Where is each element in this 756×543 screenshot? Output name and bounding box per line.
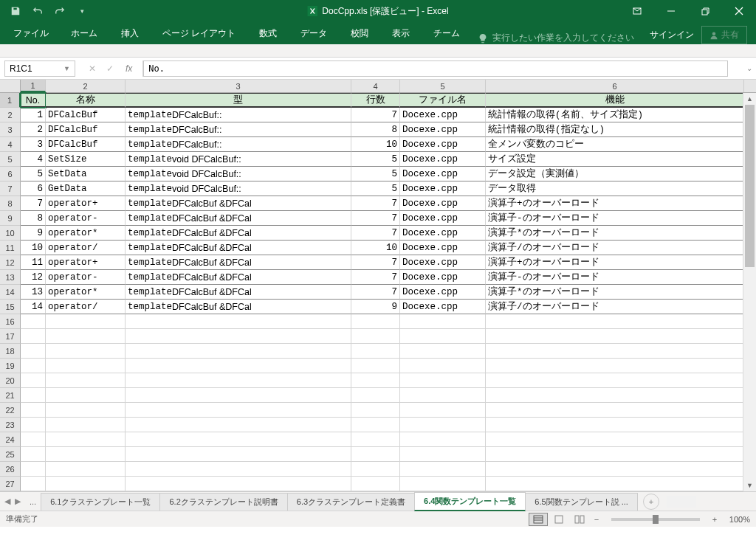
cell-header-file[interactable]: ファイル名 (400, 93, 486, 108)
cell-lines[interactable]: 7 (351, 211, 400, 226)
cell-empty[interactable] (46, 403, 126, 418)
cell-empty[interactable] (126, 329, 351, 344)
qat-customize-button[interactable]: ▾ (72, 1, 92, 21)
cell-file[interactable]: Docexe.cpp (400, 137, 486, 152)
cell-empty[interactable] (21, 477, 46, 491)
cell-empty[interactable] (126, 344, 351, 359)
cell-empty[interactable] (21, 314, 46, 329)
expand-formula-bar-button[interactable]: ⌄ (743, 64, 756, 72)
cell-name[interactable]: operator* (46, 285, 126, 300)
cell-empty[interactable] (400, 388, 486, 403)
cell-empty[interactable] (46, 418, 126, 432)
row-header[interactable]: 4 (0, 137, 21, 152)
cell-empty[interactable] (400, 403, 486, 418)
cell-empty[interactable] (46, 462, 126, 477)
row-header[interactable]: 25 (0, 447, 21, 462)
col-header-5[interactable]: 5 (400, 80, 486, 92)
cell-empty[interactable] (46, 359, 126, 373)
cell-type[interactable]: template DFCalcBuf:: (126, 122, 351, 137)
cell-empty[interactable] (400, 373, 486, 388)
cell-func[interactable]: 演算子+のオーバーロード (486, 255, 744, 270)
cell-empty[interactable] (486, 403, 744, 418)
sheet-tab-3[interactable]: 6.3クラステンプレート定義書 (287, 493, 415, 511)
cell-no[interactable]: 10 (21, 241, 46, 255)
row-header[interactable]: 27 (0, 477, 21, 491)
minimize-button[interactable] (654, 0, 688, 22)
col-header-2[interactable]: 2 (46, 80, 126, 92)
enter-formula-button[interactable]: ✓ (102, 60, 118, 77)
row-header[interactable]: 11 (0, 241, 21, 255)
fx-icon[interactable]: fx (120, 63, 138, 74)
col-header-3[interactable]: 3 (126, 80, 351, 92)
cell-no[interactable]: 8 (21, 211, 46, 226)
cell-name[interactable]: operator- (46, 211, 126, 226)
cell-empty[interactable] (21, 373, 46, 388)
cell-type[interactable]: template DFCalcBuf &DFCal (126, 300, 351, 314)
sheet-nav-prev[interactable]: ◀ (4, 497, 10, 506)
cell-no[interactable]: 3 (21, 137, 46, 152)
row-header[interactable]: 23 (0, 418, 21, 432)
zoom-in-button[interactable]: + (709, 515, 721, 524)
col-header-6[interactable]: 6 (486, 80, 744, 92)
cell-name[interactable]: operator+ (46, 196, 126, 211)
cell-type[interactable]: template DFCalcBuf &DFCal (126, 241, 351, 255)
cell-name[interactable]: SetSize (46, 152, 126, 167)
row-header[interactable]: 21 (0, 388, 21, 403)
cell-file[interactable]: Docexe.cpp (400, 181, 486, 196)
cell-name[interactable]: DFCalcBuf (46, 122, 126, 137)
tab-home[interactable]: ホーム (59, 23, 109, 44)
normal-view-button[interactable] (529, 513, 548, 526)
row-header[interactable]: 10 (0, 226, 21, 241)
cell-empty[interactable] (400, 447, 486, 462)
cell-type[interactable]: template DFCalcBuf:: (126, 137, 351, 152)
cell-empty[interactable] (46, 329, 126, 344)
cell-empty[interactable] (126, 477, 351, 491)
cell-file[interactable]: Docexe.cpp (400, 285, 486, 300)
formula-input[interactable]: No. (143, 60, 728, 77)
cell-empty[interactable] (351, 344, 400, 359)
cell-empty[interactable] (400, 359, 486, 373)
cell-empty[interactable] (46, 432, 126, 447)
cell-no[interactable]: 14 (21, 300, 46, 314)
cell-lines[interactable]: 7 (351, 226, 400, 241)
redo-button[interactable] (50, 1, 69, 21)
cell-header-name[interactable]: 名称 (46, 93, 126, 108)
cell-empty[interactable] (21, 403, 46, 418)
row-header[interactable]: 17 (0, 329, 21, 344)
row-header[interactable]: 19 (0, 359, 21, 373)
cell-no[interactable]: 5 (21, 167, 46, 181)
cell-no[interactable]: 4 (21, 152, 46, 167)
sheet-tab-5[interactable]: 6.5関数テンプレート説 ... (525, 493, 638, 511)
cell-file[interactable]: Docexe.cpp (400, 300, 486, 314)
cell-empty[interactable] (486, 314, 744, 329)
tab-review[interactable]: 校閲 (339, 23, 380, 44)
cell-empty[interactable] (486, 329, 744, 344)
cell-empty[interactable] (46, 344, 126, 359)
cell-empty[interactable] (486, 477, 744, 491)
cell-type[interactable]: template DFCalcBuf &DFCal (126, 270, 351, 285)
col-header-1[interactable]: 1 (21, 80, 46, 92)
cell-empty[interactable] (486, 359, 744, 373)
cell-empty[interactable] (126, 314, 351, 329)
cell-file[interactable]: Docexe.cpp (400, 211, 486, 226)
row-header[interactable]: 22 (0, 403, 21, 418)
cell-empty[interactable] (126, 418, 351, 432)
name-box[interactable]: R1C1▼ (4, 60, 75, 77)
sheet-tab-4[interactable]: 6.4関数テンプレート一覧 (414, 492, 526, 511)
cell-no[interactable]: 6 (21, 181, 46, 196)
cell-empty[interactable] (21, 432, 46, 447)
cell-empty[interactable] (486, 373, 744, 388)
page-break-view-button[interactable] (570, 513, 589, 526)
cell-func[interactable]: サイズ設定 (486, 152, 744, 167)
cell-empty[interactable] (351, 388, 400, 403)
cell-empty[interactable] (351, 359, 400, 373)
cell-header-func[interactable]: 機能 (486, 93, 744, 108)
scroll-thumb[interactable] (745, 105, 755, 267)
cell-func[interactable]: データ取得 (486, 181, 744, 196)
cell-file[interactable]: Docexe.cpp (400, 122, 486, 137)
cell-empty[interactable] (486, 432, 744, 447)
chevron-down-icon[interactable]: ▼ (63, 65, 70, 72)
cell-lines[interactable]: 5 (351, 152, 400, 167)
cell-func[interactable]: 統計情報の取得(指定なし) (486, 122, 744, 137)
cell-empty[interactable] (21, 447, 46, 462)
